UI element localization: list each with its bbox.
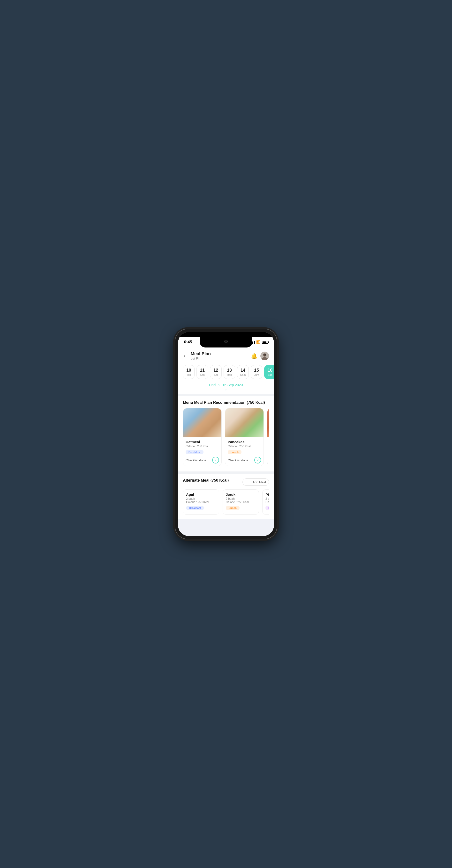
calendar-day-name: Kam — [240, 373, 246, 376]
alt-meal-name-1: Jeruk — [226, 493, 256, 497]
checklist-label-1: Checklist done — [228, 458, 248, 462]
menu-section-title: Menu Meal Plan Recommendation (750 Kcal) — [183, 400, 269, 405]
meal-image-2 — [267, 408, 269, 437]
alt-meal-name-0: Apel — [186, 493, 216, 497]
calendar-day-14[interactable]: 14 Kam — [237, 365, 249, 379]
alt-meal-qty-2: 2 buah — [265, 497, 269, 500]
alt-meal-tag-0: Breakfast — [186, 506, 204, 510]
calendar-day-name: Sen — [200, 373, 205, 376]
calendar-day-16[interactable]: 16 Sab — [264, 365, 274, 379]
back-button[interactable]: ← — [183, 353, 188, 359]
current-date-label: Hari ini, 16 Sep 2023 — [178, 382, 274, 388]
calendar-day-name: Min — [187, 373, 191, 376]
main-content: ← Meal Plan get Fit 🔔 — [178, 347, 274, 536]
wifi-icon: 📶 — [256, 340, 260, 344]
alt-meal-qty-0: 2 buah — [186, 497, 216, 500]
calendar-day-name: Jum — [254, 373, 259, 376]
app-header: ← Meal Plan get Fit 🔔 — [178, 347, 274, 363]
alt-meal-tag-1: Lunch — [226, 506, 239, 510]
calendar-day-15[interactable]: 15 Jum — [251, 365, 262, 379]
meal-tag-0: Breakfast — [186, 450, 203, 454]
meal-calorie-0: Calorie : 250 Kcal — [186, 445, 219, 448]
meal-calorie-1: Calorie : 250 Kcal — [228, 445, 261, 448]
meal-image-1 — [225, 408, 263, 437]
meal-image-0 — [183, 408, 221, 437]
meal-card-2: Moroccan Din Calorie : 250 Kca Dinner Ch… — [267, 408, 269, 466]
svg-rect-5 — [265, 354, 266, 355]
checklist-label-0: Checklist done — [186, 458, 206, 462]
page-title: Meal Plan — [191, 351, 211, 356]
divider-2 — [178, 471, 274, 474]
notification-bell-icon[interactable]: 🔔 — [251, 353, 257, 359]
alt-meal-tag-2: Dinner — [265, 506, 269, 510]
alt-meal-name-2: Pisang — [265, 493, 269, 497]
meal-name-0: Oatmeal — [186, 440, 219, 444]
menu-section: Menu Meal Plan Recommendation (750 Kcal)… — [178, 396, 274, 471]
notch-dot — [224, 340, 228, 343]
meal-card-1: Pancakes Calorie : 250 Kcal Lunch Checkl… — [225, 408, 264, 466]
divider — [178, 394, 274, 396]
check-circle-1[interactable]: ✓ — [254, 457, 261, 463]
phone-screen: 6:45 📶 ← Meal — [178, 332, 274, 536]
calendar-day-name: Sel — [214, 373, 218, 376]
calendar-day-num: 12 — [214, 368, 218, 373]
calendar-day-name: Sab — [267, 373, 273, 376]
alt-card-1: Jeruk 2 buah Calorie : 250 Kcal Lunch — [223, 489, 259, 515]
alt-card-0: Apel 2 buah Calorie : 250 Kcal Breakfast — [183, 489, 219, 515]
meal-name-1: Pancakes — [228, 440, 261, 444]
alt-card-2: Pisang 2 buah Calorie : 250 Kca Dinner — [262, 489, 269, 515]
plus-icon: ＋ — [246, 480, 249, 484]
meal-card-0: Oatmeal Calorie : 250 Kcal Breakfast Che… — [183, 408, 222, 466]
phone-frame: 6:45 📶 ← Meal — [175, 329, 277, 539]
meals-list: Oatmeal Calorie : 250 Kcal Breakfast Che… — [183, 408, 269, 467]
alt-meal-calorie-0: Calorie : 250 Kcal — [186, 500, 216, 504]
calendar-day-num: 11 — [200, 368, 205, 373]
alt-meal-qty-1: 2 buah — [226, 497, 256, 500]
alternate-section-title: Alternate Meal (750 Kcal) — [183, 478, 229, 483]
calendar-day-num: 10 — [186, 368, 191, 373]
bottom-spacer — [178, 519, 274, 536]
calendar-day-num: 16 — [267, 368, 273, 373]
calendar-day-num: 15 — [254, 368, 259, 373]
calendar-day-num: 13 — [227, 368, 232, 373]
alt-meal-calorie-1: Calorie : 250 Kcal — [226, 500, 256, 504]
calendar-day-11[interactable]: 11 Sen — [196, 365, 208, 379]
page-subtitle: get Fit — [191, 357, 211, 360]
chevron-down-icon[interactable]: ⌄ — [178, 388, 274, 394]
svg-rect-4 — [263, 354, 264, 355]
calendar-day-13[interactable]: 13 Rab — [224, 365, 235, 379]
battery-icon — [262, 341, 268, 344]
calendar-day-name: Rab — [227, 373, 232, 376]
notch — [200, 335, 252, 347]
calendar-strip: 10 Min 11 Sen 12 Sel 13 Rab 14 Kam 15 Ju… — [178, 363, 274, 382]
meal-tag-1: Lunch — [228, 450, 242, 454]
calendar-day-12[interactable]: 12 Sel — [210, 365, 222, 379]
alternate-section: Alternate Meal (750 Kcal) ＋ + Add Meal A… — [178, 474, 274, 519]
calendar-day-num: 14 — [241, 368, 245, 373]
status-time: 6:45 — [184, 340, 192, 345]
check-circle-0[interactable]: ✓ — [212, 457, 219, 463]
calendar-day-10[interactable]: 10 Min — [183, 365, 195, 379]
add-meal-button[interactable]: ＋ + Add Meal — [243, 478, 269, 486]
alternate-meals-list: Apel 2 buah Calorie : 250 Kcal Breakfast… — [183, 489, 269, 515]
add-meal-label: + Add Meal — [250, 480, 266, 484]
avatar[interactable] — [260, 351, 269, 360]
alt-meal-calorie-2: Calorie : 250 Kca — [265, 500, 269, 504]
